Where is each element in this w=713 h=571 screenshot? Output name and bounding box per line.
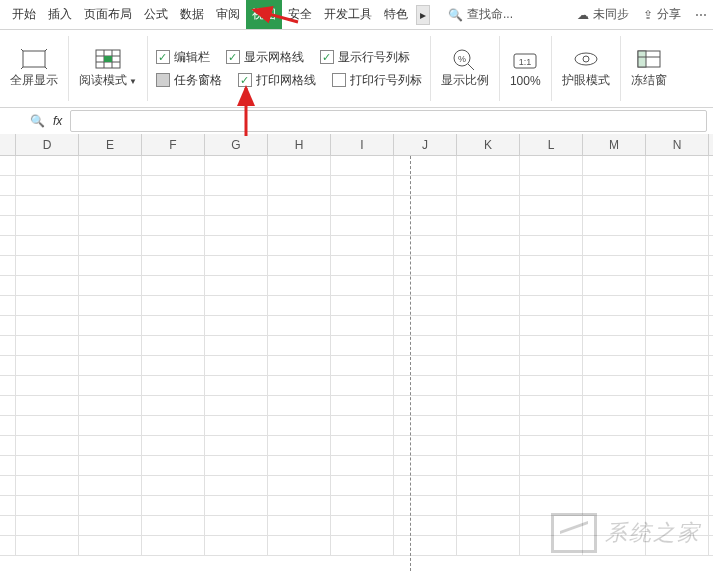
- cell[interactable]: [583, 376, 646, 395]
- cell[interactable]: [79, 456, 142, 475]
- cell[interactable]: [331, 276, 394, 295]
- cell[interactable]: [268, 196, 331, 215]
- cell[interactable]: [646, 216, 709, 235]
- cell[interactable]: [646, 456, 709, 475]
- cell[interactable]: [268, 416, 331, 435]
- cell[interactable]: [457, 376, 520, 395]
- column-header[interactable]: G: [205, 134, 268, 155]
- cell[interactable]: [142, 416, 205, 435]
- cell[interactable]: [331, 476, 394, 495]
- cell[interactable]: [520, 456, 583, 475]
- cell[interactable]: [268, 216, 331, 235]
- cell[interactable]: [394, 376, 457, 395]
- tab-formula[interactable]: 公式: [138, 0, 174, 29]
- cell[interactable]: [205, 536, 268, 555]
- cell[interactable]: [583, 436, 646, 455]
- cell[interactable]: [520, 276, 583, 295]
- cell[interactable]: [268, 436, 331, 455]
- cell[interactable]: [394, 316, 457, 335]
- column-header[interactable]: H: [268, 134, 331, 155]
- checkbox-print-gridlines[interactable]: 打印网格线: [238, 72, 316, 89]
- cell[interactable]: [520, 176, 583, 195]
- cell[interactable]: [394, 496, 457, 515]
- cell[interactable]: [583, 536, 646, 555]
- spreadsheet-grid[interactable]: DEFGHIJKLMN: [0, 134, 713, 571]
- cell[interactable]: [457, 236, 520, 255]
- cell[interactable]: [268, 476, 331, 495]
- cell[interactable]: [205, 436, 268, 455]
- cell[interactable]: [142, 376, 205, 395]
- corner-cell[interactable]: [0, 134, 16, 155]
- cell[interactable]: [205, 256, 268, 275]
- cell[interactable]: [79, 236, 142, 255]
- tab-view[interactable]: 视图: [246, 0, 282, 29]
- cell[interactable]: [331, 516, 394, 535]
- cell[interactable]: [457, 216, 520, 235]
- cell[interactable]: [142, 476, 205, 495]
- cell[interactable]: [79, 376, 142, 395]
- cell[interactable]: [142, 336, 205, 355]
- column-header[interactable]: I: [331, 134, 394, 155]
- cell[interactable]: [331, 536, 394, 555]
- checkbox-print-headings[interactable]: 打印行号列标: [332, 72, 422, 89]
- cell[interactable]: [268, 316, 331, 335]
- formula-input[interactable]: [70, 110, 707, 132]
- cell[interactable]: [331, 216, 394, 235]
- cell[interactable]: [16, 256, 79, 275]
- cell[interactable]: [646, 496, 709, 515]
- tab-pagelayout[interactable]: 页面布局: [78, 0, 138, 29]
- cell[interactable]: [79, 256, 142, 275]
- cell[interactable]: [205, 396, 268, 415]
- cell[interactable]: [16, 396, 79, 415]
- cell[interactable]: [268, 276, 331, 295]
- cell[interactable]: [142, 216, 205, 235]
- cell[interactable]: [583, 216, 646, 235]
- cell[interactable]: [583, 456, 646, 475]
- cell[interactable]: [646, 296, 709, 315]
- cell[interactable]: [520, 516, 583, 535]
- cell[interactable]: [205, 356, 268, 375]
- cell[interactable]: [394, 436, 457, 455]
- cell[interactable]: [583, 416, 646, 435]
- cell[interactable]: [583, 316, 646, 335]
- cell[interactable]: [520, 256, 583, 275]
- cell[interactable]: [520, 216, 583, 235]
- cell[interactable]: [16, 536, 79, 555]
- cell[interactable]: [16, 476, 79, 495]
- cell[interactable]: [457, 196, 520, 215]
- cell[interactable]: [646, 236, 709, 255]
- share-button[interactable]: ⇪ 分享: [643, 6, 681, 23]
- cell[interactable]: [205, 196, 268, 215]
- cell[interactable]: [520, 436, 583, 455]
- cell[interactable]: [457, 536, 520, 555]
- column-header[interactable]: F: [142, 134, 205, 155]
- cell[interactable]: [583, 196, 646, 215]
- cell[interactable]: [646, 356, 709, 375]
- cell[interactable]: [268, 176, 331, 195]
- cell[interactable]: [268, 516, 331, 535]
- cell[interactable]: [16, 496, 79, 515]
- cell[interactable]: [79, 356, 142, 375]
- cell[interactable]: [79, 276, 142, 295]
- cell[interactable]: [142, 236, 205, 255]
- cell[interactable]: [457, 436, 520, 455]
- zoom-button[interactable]: % 显示比例: [441, 48, 489, 89]
- cell[interactable]: [79, 436, 142, 455]
- cell[interactable]: [394, 336, 457, 355]
- cell[interactable]: [394, 196, 457, 215]
- cell[interactable]: [16, 196, 79, 215]
- cell[interactable]: [331, 496, 394, 515]
- cell[interactable]: [583, 256, 646, 275]
- cell[interactable]: [205, 376, 268, 395]
- cell[interactable]: [646, 316, 709, 335]
- cell[interactable]: [142, 436, 205, 455]
- cell[interactable]: [646, 396, 709, 415]
- cell[interactable]: [331, 256, 394, 275]
- command-search[interactable]: 🔍 查找命...: [448, 6, 513, 23]
- column-header[interactable]: M: [583, 134, 646, 155]
- cell[interactable]: [205, 276, 268, 295]
- cell[interactable]: [331, 236, 394, 255]
- cell[interactable]: [457, 416, 520, 435]
- cell[interactable]: [205, 476, 268, 495]
- cell[interactable]: [205, 236, 268, 255]
